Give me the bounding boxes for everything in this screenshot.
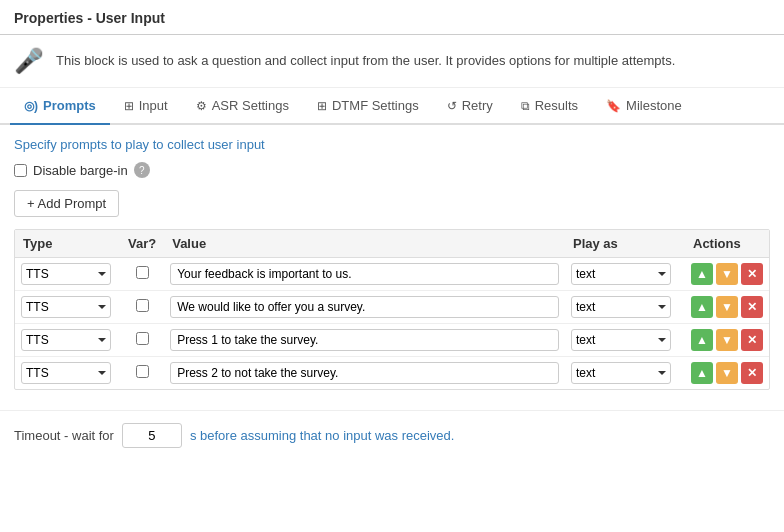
var-checkbox[interactable]	[136, 365, 149, 378]
prompts-tab-icon: ◎)	[24, 99, 38, 113]
dtmf-tab-icon: ⊞	[317, 99, 327, 113]
value-input[interactable]	[170, 263, 559, 285]
col-header-type: Type	[15, 230, 120, 258]
move-up-button[interactable]: ▲	[691, 329, 713, 351]
timeout-suffix: s before assuming that no input was rece…	[190, 428, 454, 443]
tab-milestone[interactable]: 🔖 Milestone	[592, 88, 696, 125]
table-row: TTSAudio FileVariabletextdigitsnumbercur…	[15, 258, 769, 291]
move-down-button[interactable]: ▼	[716, 263, 738, 285]
col-header-playas: Play as	[565, 230, 685, 258]
content-area: Specify prompts to play to collect user …	[0, 125, 784, 402]
bargein-row: Disable barge-in ?	[14, 162, 770, 178]
disable-bargein-label: Disable barge-in	[33, 163, 128, 178]
tab-retry[interactable]: ↺ Retry	[433, 88, 507, 125]
timeout-row: Timeout - wait for s before assuming tha…	[0, 410, 784, 460]
description-text: This block is used to ask a question and…	[56, 51, 675, 71]
play-as-select[interactable]: textdigitsnumbercurrency	[571, 362, 671, 384]
delete-button[interactable]: ✕	[741, 296, 763, 318]
tab-bar: ◎) Prompts ⊞ Input ⚙ ASR Settings ⊞ DTMF…	[0, 88, 784, 125]
col-header-value: Value	[164, 230, 565, 258]
asr-tab-icon: ⚙	[196, 99, 207, 113]
hint-text: Specify prompts to play to collect user …	[14, 137, 770, 152]
col-header-actions: Actions	[685, 230, 769, 258]
move-down-button[interactable]: ▼	[716, 362, 738, 384]
actions-cell: ▲▼✕	[691, 329, 763, 351]
input-tab-icon: ⊞	[124, 99, 134, 113]
value-input[interactable]	[170, 362, 559, 384]
play-as-select[interactable]: textdigitsnumbercurrency	[571, 263, 671, 285]
type-select[interactable]: TTSAudio FileVariable	[21, 263, 111, 285]
milestone-tab-icon: 🔖	[606, 99, 621, 113]
col-header-var: Var?	[120, 230, 164, 258]
type-select[interactable]: TTSAudio FileVariable	[21, 296, 111, 318]
timeout-prefix: Timeout - wait for	[14, 428, 114, 443]
tab-prompts[interactable]: ◎) Prompts	[10, 88, 110, 125]
play-as-select[interactable]: textdigitsnumbercurrency	[571, 296, 671, 318]
delete-button[interactable]: ✕	[741, 362, 763, 384]
actions-cell: ▲▼✕	[691, 362, 763, 384]
help-icon[interactable]: ?	[134, 162, 150, 178]
move-up-button[interactable]: ▲	[691, 296, 713, 318]
value-input[interactable]	[170, 296, 559, 318]
results-tab-icon: ⧉	[521, 99, 530, 113]
type-select[interactable]: TTSAudio FileVariable	[21, 362, 111, 384]
table-row: TTSAudio FileVariabletextdigitsnumbercur…	[15, 357, 769, 390]
delete-button[interactable]: ✕	[741, 329, 763, 351]
move-down-button[interactable]: ▼	[716, 329, 738, 351]
timeout-input[interactable]	[122, 423, 182, 448]
description-row: 🎤 This block is used to ask a question a…	[0, 35, 784, 88]
table-row: TTSAudio FileVariabletextdigitsnumbercur…	[15, 291, 769, 324]
var-checkbox[interactable]	[136, 299, 149, 312]
table-body: TTSAudio FileVariabletextdigitsnumbercur…	[15, 258, 769, 390]
page-header: Properties - User Input	[0, 0, 784, 35]
play-as-select[interactable]: textdigitsnumbercurrency	[571, 329, 671, 351]
tab-dtmf-settings[interactable]: ⊞ DTMF Settings	[303, 88, 433, 125]
actions-cell: ▲▼✕	[691, 296, 763, 318]
table-header-row: Type Var? Value Play as Actions	[15, 230, 769, 258]
value-input[interactable]	[170, 329, 559, 351]
retry-tab-icon: ↺	[447, 99, 457, 113]
var-checkbox[interactable]	[136, 332, 149, 345]
move-down-button[interactable]: ▼	[716, 296, 738, 318]
move-up-button[interactable]: ▲	[691, 362, 713, 384]
tab-input[interactable]: ⊞ Input	[110, 88, 182, 125]
disable-bargein-checkbox[interactable]	[14, 164, 27, 177]
type-select[interactable]: TTSAudio FileVariable	[21, 329, 111, 351]
var-checkbox[interactable]	[136, 266, 149, 279]
prompts-table-wrapper: Type Var? Value Play as Actions TTSAudio…	[14, 229, 770, 390]
prompts-table: Type Var? Value Play as Actions TTSAudio…	[15, 230, 769, 389]
tab-results[interactable]: ⧉ Results	[507, 88, 592, 125]
move-up-button[interactable]: ▲	[691, 263, 713, 285]
actions-cell: ▲▼✕	[691, 263, 763, 285]
tab-asr-settings[interactable]: ⚙ ASR Settings	[182, 88, 303, 125]
table-row: TTSAudio FileVariabletextdigitsnumbercur…	[15, 324, 769, 357]
page-title: Properties - User Input	[14, 10, 165, 26]
mic-icon: 🎤	[14, 47, 44, 75]
add-prompt-button[interactable]: + Add Prompt	[14, 190, 119, 217]
delete-button[interactable]: ✕	[741, 263, 763, 285]
